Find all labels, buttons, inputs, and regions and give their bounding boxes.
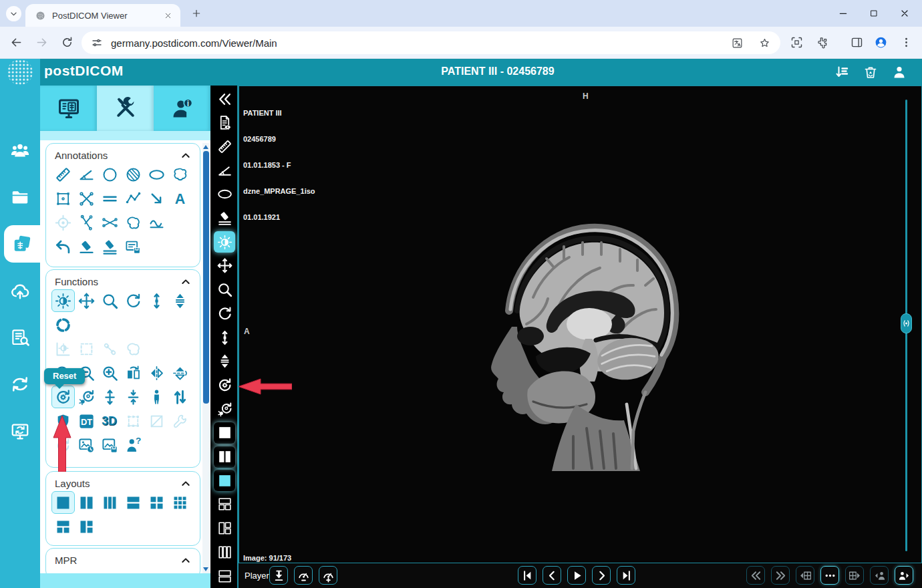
collapse-chevron-icon[interactable] xyxy=(180,150,191,161)
tool-eraser-all[interactable] xyxy=(98,235,122,258)
tool-layout-1l2r[interactable] xyxy=(75,515,98,538)
tool-layout-1t2b[interactable] xyxy=(51,515,75,538)
player-first-image-button[interactable] xyxy=(518,566,536,585)
tool-layout-3x3[interactable] xyxy=(168,491,192,514)
browser-menu-icon[interactable] xyxy=(899,35,913,49)
toolbar-window-level[interactable] xyxy=(214,231,235,253)
tool-angle[interactable] xyxy=(75,163,98,186)
player-play-button[interactable] xyxy=(567,566,586,585)
sidebar-item-sync[interactable] xyxy=(0,361,40,408)
player-speed-up-button[interactable] xyxy=(319,566,337,585)
toolbar-collapse-left[interactable] xyxy=(214,88,235,110)
toolbar-stretch[interactable] xyxy=(214,327,235,348)
forward-button[interactable] xyxy=(35,35,49,49)
sidebar-item-query-search[interactable] xyxy=(0,314,40,361)
translate-icon[interactable] xyxy=(731,37,744,49)
tool-circle[interactable] xyxy=(98,163,122,186)
tool-mirror-horizontal[interactable] xyxy=(145,361,168,384)
browser-tab[interactable]: PostDICOM Viewer xyxy=(25,4,180,27)
tool-cobb-angle[interactable] xyxy=(98,211,122,234)
side-panel-icon[interactable] xyxy=(850,35,864,49)
tab-close-icon[interactable] xyxy=(162,10,174,21)
extensions-icon[interactable] xyxy=(815,35,829,49)
tool-shrink-vertical[interactable] xyxy=(122,386,145,408)
back-button[interactable] xyxy=(9,35,23,49)
panel-tab-viewer-monitor[interactable] xyxy=(40,86,97,131)
tool-caliper[interactable] xyxy=(75,211,98,234)
tool-region[interactable] xyxy=(122,211,145,234)
tool-text[interactable]: A xyxy=(168,187,192,210)
tool-undo[interactable] xyxy=(51,235,75,258)
player-import-arrow-button[interactable] xyxy=(269,566,288,585)
tool-circle-filled[interactable] xyxy=(122,163,145,186)
mri-sagittal-image[interactable] xyxy=(458,201,708,471)
tool-circle-target[interactable] xyxy=(51,313,75,336)
tool-freehand[interactable] xyxy=(168,163,192,186)
tool-flip-vertical[interactable] xyxy=(168,361,192,384)
recycle-bin-icon[interactable] xyxy=(863,64,879,80)
scroll-up-arrow[interactable] xyxy=(203,145,208,149)
player-next-image-button[interactable] xyxy=(592,566,611,585)
tool-invert-order[interactable] xyxy=(168,386,192,408)
dicom-viewport[interactable]: PATIENT III 02456789 01.01.1853 - F dzne… xyxy=(239,86,922,563)
tool-save-annotation[interactable] xyxy=(122,235,145,258)
tool-dt-badge[interactable]: DT xyxy=(75,410,98,432)
image-scroll-slider[interactable] xyxy=(900,100,912,551)
tool-layout-1x3[interactable] xyxy=(98,491,122,514)
toolbar-layout-1x3[interactable] xyxy=(214,541,235,563)
screen-capture-icon[interactable] xyxy=(790,35,804,49)
tool-layout-2x1[interactable] xyxy=(122,491,145,514)
tool-polyline[interactable] xyxy=(122,187,145,210)
site-settings-icon[interactable] xyxy=(91,37,103,49)
toolbar-report-view[interactable] xyxy=(214,112,235,134)
scroll-down-arrow[interactable] xyxy=(203,567,208,571)
tool-wave[interactable] xyxy=(145,211,168,234)
tool-rotate[interactable] xyxy=(122,289,145,312)
toolbar-reset[interactable] xyxy=(214,374,235,396)
toolbar-layout-1x2[interactable] xyxy=(214,446,235,468)
tool-eraser[interactable] xyxy=(75,235,98,258)
tool-zoom[interactable] xyxy=(98,289,122,312)
slider-thumb[interactable] xyxy=(901,313,912,333)
toolbar-stack-scroll[interactable] xyxy=(214,351,235,372)
url-text[interactable]: germany.postdicom.com/Viewer/Main xyxy=(111,37,716,49)
toolbar-layout-1x1[interactable] xyxy=(214,422,235,444)
player-last-image-button[interactable] xyxy=(617,566,635,585)
new-tab-button[interactable] xyxy=(190,7,203,20)
bookmark-star-icon[interactable] xyxy=(758,37,771,49)
player-speed-down-button[interactable] xyxy=(294,566,313,585)
sidebar-item-studies[interactable] xyxy=(4,225,40,263)
toolbar-rotate[interactable] xyxy=(214,303,235,324)
player-previous-image-button[interactable] xyxy=(543,566,561,585)
window-minimize-button[interactable] xyxy=(834,7,852,19)
sidebar-item-remote-view[interactable] xyxy=(0,408,40,454)
toolbar-layout-1t2b[interactable] xyxy=(214,494,235,515)
tool-threed-badge[interactable]: 3D3D xyxy=(98,410,122,432)
tool-reset-window[interactable] xyxy=(75,386,98,408)
tool-parallel-lines[interactable] xyxy=(98,187,122,210)
toolbar-pan[interactable] xyxy=(214,255,235,277)
toolbar-layout-1l2r[interactable] xyxy=(214,518,235,539)
tool-ellipse[interactable] xyxy=(145,163,168,186)
sidebar-item-users[interactable] xyxy=(0,127,40,174)
panel-tab-tools[interactable] xyxy=(97,86,154,131)
toolbar-layout-2x1[interactable] xyxy=(214,565,235,587)
toolbar-reset-window[interactable] xyxy=(214,398,235,420)
tool-layout-2x2[interactable] xyxy=(145,491,168,514)
player-next-patient-button[interactable] xyxy=(895,566,913,585)
toolbar-cell-active[interactable] xyxy=(214,470,235,491)
address-bar[interactable]: germany.postdicom.com/Viewer/Main xyxy=(82,31,780,54)
tool-layout-1x1[interactable] xyxy=(51,491,75,514)
tool-image-save[interactable] xyxy=(98,434,122,456)
window-close-button[interactable] xyxy=(896,7,913,19)
tool-arrow[interactable] xyxy=(145,187,168,210)
panel-scrollbar-thumb[interactable] xyxy=(203,151,209,404)
tool-stretch[interactable] xyxy=(145,289,168,312)
collapse-chevron-icon[interactable] xyxy=(180,555,191,566)
tool-stack-scroll[interactable] xyxy=(168,289,192,312)
panel-scrollbar[interactable] xyxy=(202,143,210,573)
tool-flip-horizontal[interactable] xyxy=(122,361,145,384)
collapse-chevron-icon[interactable] xyxy=(180,478,191,489)
tab-search-button[interactable] xyxy=(6,6,21,21)
player-series-list-button[interactable] xyxy=(820,566,839,585)
